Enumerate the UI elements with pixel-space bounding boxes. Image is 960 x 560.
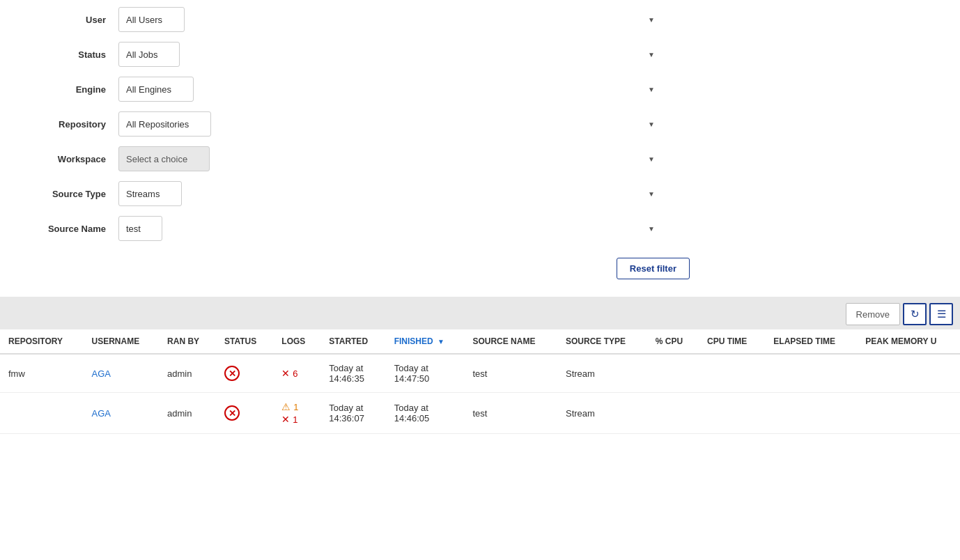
cell-status: ✕ bbox=[216, 393, 273, 434]
workspace-select[interactable]: Select a choice bbox=[118, 146, 210, 171]
log-warning-row: ⚠ 1 bbox=[281, 401, 312, 412]
engine-select-wrapper: All Engines bbox=[118, 77, 662, 102]
log-error-row: ✕ 6 bbox=[281, 368, 312, 379]
sort-desc-icon: ▼ bbox=[438, 338, 444, 345]
warning-icon: ⚠ bbox=[281, 401, 291, 412]
col-peak-memory: PEAK MEMORY U bbox=[857, 329, 960, 354]
cell-ran-by: admin bbox=[159, 354, 216, 393]
source-type-select[interactable]: Streams bbox=[118, 181, 182, 206]
cell-elapsed-time bbox=[765, 393, 857, 434]
cell-repository bbox=[0, 393, 84, 434]
cell-peak-memory bbox=[857, 393, 960, 434]
cell-finished: Today at14:47:50 bbox=[386, 354, 465, 393]
cell-cpu-pct bbox=[647, 354, 699, 393]
status-error-icon: ✕ bbox=[224, 366, 240, 381]
source-name-select[interactable]: test bbox=[118, 216, 162, 241]
cell-cpu-time bbox=[699, 354, 765, 393]
table-row: fmw AGA admin ✕ ✕ 6 Today at14:46: bbox=[0, 354, 960, 393]
filter-section: User All Users Status All Jobs Engine Al… bbox=[0, 0, 960, 297]
cell-cpu-time bbox=[699, 393, 765, 434]
col-source-name: SOURCE NAME bbox=[464, 329, 557, 354]
cell-source-type: Stream bbox=[557, 354, 647, 393]
workspace-label: Workspace bbox=[21, 154, 118, 164]
log-error-row: ✕ 1 bbox=[281, 414, 312, 425]
user-label: User bbox=[21, 15, 118, 25]
cell-source-name: test bbox=[464, 354, 557, 393]
user-select-wrapper: All Users bbox=[118, 7, 662, 32]
col-finished[interactable]: FINISHED ▼ bbox=[386, 329, 465, 354]
jobs-table: REPOSITORY USERNAME RAN BY STATUS LOGS S… bbox=[0, 329, 960, 434]
refresh-button[interactable]: ↻ bbox=[903, 303, 927, 325]
source-type-label: Source Type bbox=[21, 189, 118, 199]
username-link[interactable]: AGA bbox=[92, 408, 111, 419]
logs-cell: ✕ 6 bbox=[281, 368, 312, 379]
col-cpu-time: CPU TIME bbox=[699, 329, 765, 354]
col-status: STATUS bbox=[216, 329, 273, 354]
error-count: 6 bbox=[293, 368, 297, 379]
status-filter-row: Status All Jobs bbox=[21, 42, 939, 67]
table-toolbar: Remove ↻ ☰ bbox=[0, 299, 960, 329]
error-count: 1 bbox=[293, 414, 297, 425]
cell-username: AGA bbox=[84, 393, 160, 434]
repository-select-wrapper: All Repositories bbox=[118, 111, 662, 137]
engine-label: Engine bbox=[21, 84, 118, 95]
source-type-select-wrapper: Streams bbox=[118, 181, 662, 206]
col-logs: LOGS bbox=[273, 329, 320, 354]
repository-filter-row: Repository All Repositories bbox=[21, 111, 939, 137]
repository-select[interactable]: All Repositories bbox=[118, 111, 211, 137]
status-select[interactable]: All Jobs bbox=[118, 42, 180, 67]
workspace-filter-row: Workspace Select a choice bbox=[21, 146, 939, 171]
cell-started: Today at14:36:07 bbox=[320, 393, 385, 434]
cell-source-name: test bbox=[464, 393, 557, 434]
reset-row: Reset filter bbox=[21, 251, 690, 290]
jobs-table-container: REPOSITORY USERNAME RAN BY STATUS LOGS S… bbox=[0, 329, 960, 434]
cell-finished: Today at14:46:05 bbox=[386, 393, 465, 434]
col-ran-by: RAN BY bbox=[159, 329, 216, 354]
user-select[interactable]: All Users bbox=[118, 7, 185, 32]
source-type-filter-row: Source Type Streams bbox=[21, 181, 939, 206]
col-started: STARTED bbox=[320, 329, 385, 354]
table-body: fmw AGA admin ✕ ✕ 6 Today at14:46: bbox=[0, 354, 960, 434]
refresh-icon: ↻ bbox=[911, 308, 920, 320]
cell-logs: ✕ 6 bbox=[273, 354, 320, 393]
table-row: AGA admin ✕ ⚠ 1 ✕ 1 bbox=[0, 393, 960, 434]
remove-button[interactable]: Remove bbox=[846, 303, 900, 325]
reset-filter-button[interactable]: Reset filter bbox=[617, 258, 690, 279]
status-error-icon: ✕ bbox=[224, 405, 240, 421]
cell-cpu-pct bbox=[647, 393, 699, 434]
repository-label: Repository bbox=[21, 119, 118, 130]
cell-status: ✕ bbox=[216, 354, 273, 393]
cell-logs: ⚠ 1 ✕ 1 bbox=[273, 393, 320, 434]
col-repository: REPOSITORY bbox=[0, 329, 84, 354]
workspace-select-wrapper: Select a choice bbox=[118, 146, 662, 171]
engine-filter-row: Engine All Engines bbox=[21, 77, 939, 102]
col-elapsed-time: ELAPSED TIME bbox=[765, 329, 857, 354]
col-username: USERNAME bbox=[84, 329, 160, 354]
cell-peak-memory bbox=[857, 354, 960, 393]
user-filter-row: User All Users bbox=[21, 7, 939, 32]
logs-cell: ⚠ 1 ✕ 1 bbox=[281, 401, 312, 425]
col-source-type: SOURCE TYPE bbox=[557, 329, 647, 354]
source-name-label: Source Name bbox=[21, 224, 118, 234]
columns-button[interactable]: ☰ bbox=[929, 303, 953, 325]
table-header: REPOSITORY USERNAME RAN BY STATUS LOGS S… bbox=[0, 329, 960, 354]
cell-source-type: Stream bbox=[557, 393, 647, 434]
status-select-wrapper: All Jobs bbox=[118, 42, 662, 67]
cell-ran-by: admin bbox=[159, 393, 216, 434]
error-icon: ✕ bbox=[281, 368, 290, 379]
cell-repository: fmw bbox=[0, 354, 84, 393]
source-name-filter-row: Source Name test bbox=[21, 216, 939, 241]
username-link[interactable]: AGA bbox=[92, 368, 111, 379]
columns-icon: ☰ bbox=[937, 308, 946, 320]
engine-select[interactable]: All Engines bbox=[118, 77, 194, 102]
cell-elapsed-time bbox=[765, 354, 857, 393]
warning-count: 1 bbox=[293, 402, 298, 412]
source-name-select-wrapper: test bbox=[118, 216, 662, 241]
col-cpu-pct: % CPU bbox=[647, 329, 699, 354]
cell-started: Today at14:46:35 bbox=[320, 354, 385, 393]
status-label: Status bbox=[21, 49, 118, 60]
error-icon: ✕ bbox=[281, 414, 290, 425]
cell-username: AGA bbox=[84, 354, 160, 393]
